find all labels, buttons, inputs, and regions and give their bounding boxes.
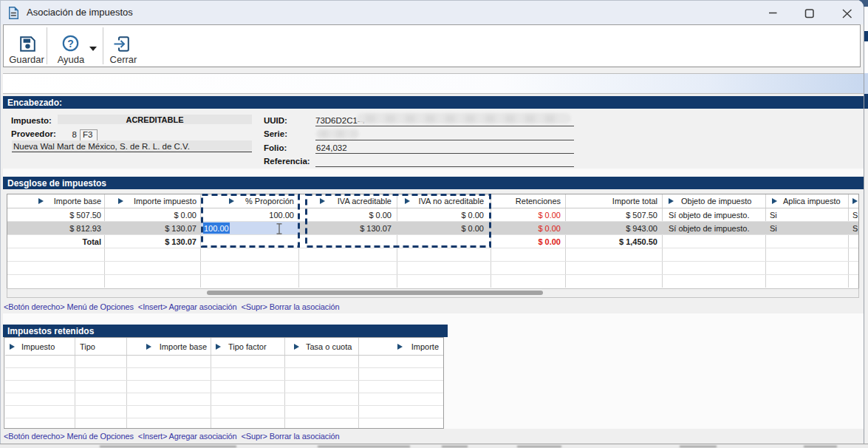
svg-text:?: ? [67, 38, 74, 50]
